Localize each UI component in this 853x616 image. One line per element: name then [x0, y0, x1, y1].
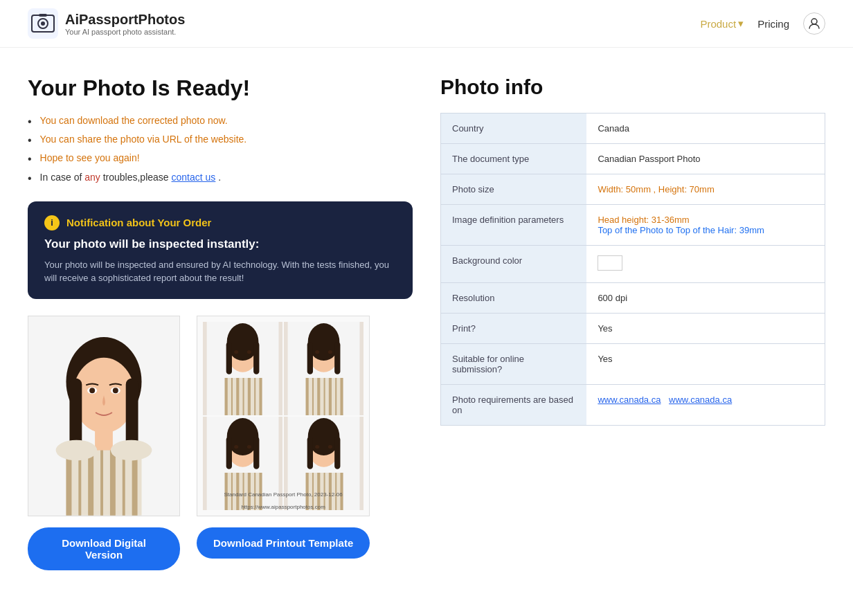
- photo-info-title: Photo info: [440, 75, 825, 99]
- svg-rect-30: [253, 342, 259, 374]
- table-label: Resolution: [441, 283, 587, 314]
- svg-rect-37: [243, 378, 244, 415]
- table-label: Suitable for online submission?: [441, 344, 587, 385]
- svg-rect-36: [236, 378, 239, 415]
- logo-text: AiPassportPhotos Your AI passport photo …: [65, 12, 185, 36]
- table-label: Print?: [441, 314, 587, 344]
- download-digital-button[interactable]: Download Digital Version: [28, 527, 180, 570]
- grid-photo: Standard Canadian Passport Photo, 2023-1…: [197, 316, 370, 516]
- svg-point-47: [328, 350, 332, 354]
- svg-rect-60: [253, 437, 259, 469]
- notification-header: i Notification about Your Order: [44, 215, 396, 230]
- svg-rect-20: [110, 446, 116, 515]
- notification-body: Your photo will be inspected and ensured…: [44, 258, 396, 285]
- nav-product[interactable]: Product ▾: [700, 17, 744, 30]
- svg-rect-35: [231, 378, 233, 415]
- list-item: You can share the photo via URL of the w…: [28, 134, 413, 147]
- notification-title: Notification about Your Order: [66, 217, 211, 228]
- photos-area: Download Digital Version: [28, 316, 413, 570]
- svg-rect-10: [126, 378, 138, 446]
- svg-rect-53: [329, 378, 332, 415]
- svg-rect-9: [69, 378, 82, 446]
- svg-rect-52: [324, 378, 325, 415]
- user-account-icon[interactable]: [803, 12, 825, 35]
- table-value: Canada: [586, 114, 825, 144]
- table-row: Suitable for online submission? Yes: [441, 344, 825, 385]
- nav-pricing[interactable]: Pricing: [757, 18, 789, 30]
- table-label: Photo requirements are based on: [441, 385, 587, 426]
- download-printout-button[interactable]: Download Printout Template: [197, 527, 370, 559]
- page-title: Your Photo Is Ready!: [28, 75, 413, 101]
- svg-point-5: [811, 19, 817, 24]
- logo-icon: [28, 8, 58, 39]
- contact-us-link[interactable]: contact us: [172, 172, 216, 183]
- svg-rect-54: [335, 378, 336, 415]
- table-row: Resolution 600 dpi: [441, 283, 825, 314]
- svg-rect-19: [100, 446, 103, 515]
- svg-point-8: [73, 358, 134, 433]
- table-value: Canadian Passport Photo: [586, 144, 825, 174]
- table-row: Country Canada: [441, 114, 825, 144]
- table-value: Width: 50mm , Height: 70mm: [586, 174, 825, 205]
- svg-rect-44: [307, 342, 313, 374]
- svg-point-31: [234, 350, 238, 354]
- photo-info-table: Country Canada The document type Canadia…: [440, 113, 825, 426]
- svg-rect-45: [334, 342, 340, 374]
- table-label: Image definition parameters: [441, 205, 587, 246]
- table-label: Country: [441, 114, 587, 144]
- svg-point-62: [247, 445, 251, 449]
- logo-title: AiPassportPhotos: [65, 12, 185, 28]
- logo-area: AiPassportPhotos Your AI passport photo …: [28, 8, 185, 39]
- table-value: www.canada.ca www.canada.ca: [586, 385, 825, 426]
- svg-point-12: [89, 388, 95, 393]
- svg-rect-74: [307, 437, 313, 469]
- main-nav: Product ▾ Pricing: [700, 12, 825, 35]
- grid-cell-2: [284, 322, 363, 415]
- svg-rect-39: [254, 378, 255, 415]
- table-value: 600 dpi: [586, 283, 825, 314]
- svg-rect-34: [225, 378, 228, 415]
- table-row: Print? Yes: [441, 314, 825, 344]
- svg-rect-23: [95, 430, 113, 451]
- table-row: Background color: [441, 246, 825, 283]
- main-content: Your Photo Is Ready! You can download th…: [0, 48, 853, 584]
- svg-rect-4: [39, 14, 47, 17]
- table-value: Yes: [586, 314, 825, 344]
- svg-rect-55: [341, 378, 343, 415]
- list-item: In case of any troubles,please contact u…: [28, 172, 413, 185]
- table-label: Background color: [441, 246, 587, 283]
- list-item: You can download the corrected photo now…: [28, 115, 413, 128]
- requirements-link-1[interactable]: www.canada.ca: [598, 395, 661, 405]
- svg-point-3: [41, 21, 45, 26]
- requirements-link-2[interactable]: www.canada.ca: [669, 395, 732, 405]
- svg-rect-51: [317, 378, 320, 415]
- notification-subtitle: Your photo will be inspected instantly:: [44, 237, 396, 251]
- svg-rect-59: [226, 437, 232, 469]
- table-label: The document type: [441, 144, 587, 174]
- svg-rect-40: [259, 378, 262, 415]
- list-item: Hope to see you again!: [28, 152, 413, 165]
- svg-point-25: [111, 440, 152, 460]
- svg-point-46: [315, 350, 319, 354]
- table-value: [586, 246, 825, 283]
- svg-rect-49: [306, 378, 309, 415]
- svg-rect-38: [248, 378, 251, 415]
- table-row: The document type Canadian Passport Phot…: [441, 144, 825, 174]
- bullet-list: You can download the corrected photo now…: [28, 115, 413, 185]
- chevron-down-icon: ▾: [738, 17, 744, 30]
- right-panel: Photo info Country Canada The document t…: [440, 75, 825, 570]
- svg-rect-50: [312, 378, 314, 415]
- single-photo-column: Download Digital Version: [28, 316, 180, 570]
- notification-box: i Notification about Your Order Your pho…: [28, 201, 413, 299]
- svg-point-76: [315, 445, 319, 449]
- table-row: Image definition parameters Head height:…: [441, 205, 825, 246]
- svg-rect-75: [334, 437, 340, 469]
- single-photo: [28, 316, 180, 516]
- grid-photo-column: Standard Canadian Passport Photo, 2023-1…: [197, 316, 370, 559]
- table-value: Yes: [586, 344, 825, 385]
- svg-point-24: [56, 440, 97, 460]
- table-row: Photo requirements are based on www.cana…: [441, 385, 825, 426]
- left-panel: Your Photo Is Ready! You can download th…: [28, 75, 413, 570]
- background-color-swatch: [598, 255, 622, 271]
- svg-point-32: [247, 350, 251, 354]
